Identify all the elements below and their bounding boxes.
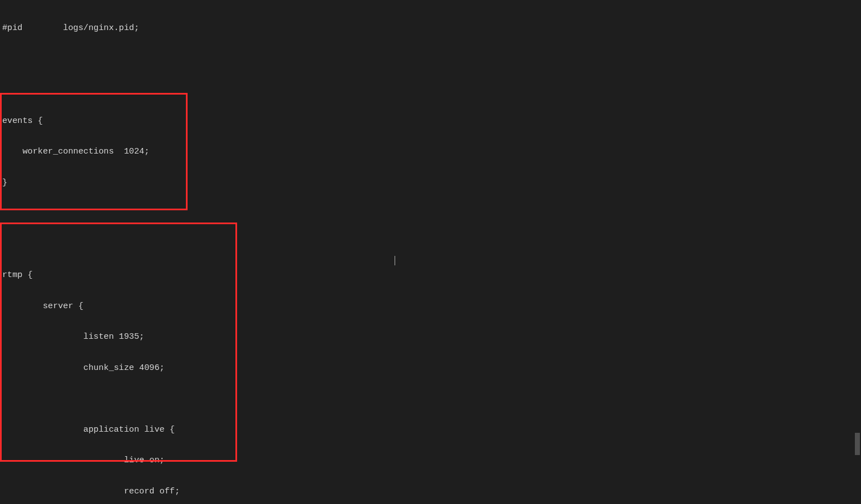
code-line [2, 393, 788, 404]
code-line: server { [2, 301, 788, 312]
code-line: chunk_size 4096; [2, 363, 788, 373]
code-line: live on; [2, 455, 788, 466]
vertical-scrollbar[interactable] [853, 0, 861, 504]
code-line: application live { [2, 424, 788, 435]
code-line: } [2, 177, 788, 188]
editor-viewport: #pid logs/nginx.pid; events { worker_con… [0, 0, 861, 504]
code-line: record off; [2, 486, 788, 497]
code-line: listen 1935; [2, 332, 788, 342]
code-line: rtmp { [2, 270, 788, 280]
code-editor-content[interactable]: #pid logs/nginx.pid; events { worker_con… [0, 0, 790, 504]
code-line: worker_connections 1024; [2, 146, 788, 157]
code-line: #pid logs/nginx.pid; [2, 23, 788, 33]
code-line: events { [2, 116, 788, 126]
code-line [2, 54, 788, 65]
code-line [2, 208, 788, 219]
scrollbar-thumb[interactable] [855, 433, 860, 455]
minimap-gutter [790, 0, 853, 504]
code-line [2, 239, 788, 250]
text-cursor-icon [395, 256, 395, 265]
code-line [2, 85, 788, 95]
